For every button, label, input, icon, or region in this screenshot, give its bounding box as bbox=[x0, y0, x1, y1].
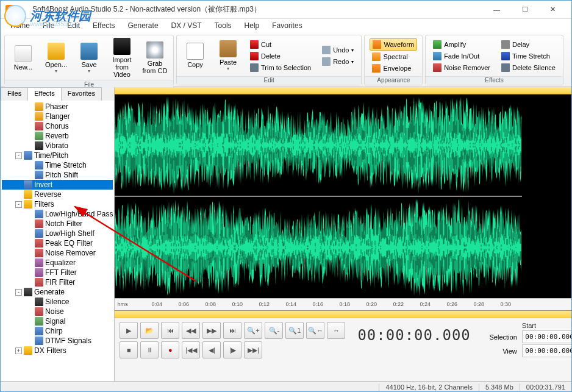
tree-phaser[interactable]: Phaser bbox=[2, 102, 113, 112]
transport-btn2-6[interactable]: ▶▶| bbox=[244, 341, 262, 358]
transport-btn2-0[interactable]: ■ bbox=[120, 341, 138, 358]
menu-help[interactable]: Help bbox=[238, 20, 266, 31]
deletesilence-button[interactable]: Delete Silence bbox=[499, 62, 558, 73]
transport-btn-7[interactable]: 🔍- bbox=[265, 322, 283, 339]
waveform-area: dB-4-10-20-20-10-4 hms0:040:060:080:100:… bbox=[115, 87, 572, 381]
expand-icon[interactable]: - bbox=[15, 152, 22, 159]
transport-panel: ▶📂⏮◀◀▶▶⏭🔍+🔍-🔍1🔍↔↔■⏸●|◀◀◀||▶▶▶| 00:00:00.… bbox=[115, 318, 572, 379]
selection-ruler[interactable] bbox=[115, 87, 572, 94]
tree-item-icon bbox=[35, 317, 43, 326]
transport-btn2-5[interactable]: |▶ bbox=[223, 341, 241, 358]
tree-notchfilter[interactable]: Notch Filter bbox=[2, 219, 113, 229]
grabfromcd-button[interactable]: Grabfrom CD bbox=[139, 40, 171, 76]
transport-btn-3[interactable]: ◀◀ bbox=[182, 322, 200, 339]
menu-tools[interactable]: Tools bbox=[209, 20, 238, 31]
tree-silence[interactable]: Silence bbox=[2, 297, 113, 307]
transport-btn-4[interactable]: ▶▶ bbox=[202, 322, 221, 339]
redo-button[interactable]: Redo ▾ bbox=[320, 56, 356, 67]
undo-button[interactable]: Undo ▾ bbox=[320, 45, 356, 55]
menu-effects[interactable]: Effects bbox=[87, 20, 121, 31]
timestretch-button[interactable]: Time Stretch bbox=[499, 51, 558, 62]
tree-invert[interactable]: Invert bbox=[2, 180, 113, 190]
tree-flanger[interactable]: Flanger bbox=[2, 112, 113, 121]
zoom-scrollbar[interactable] bbox=[115, 310, 572, 318]
tab-effects[interactable]: Effects bbox=[27, 87, 61, 101]
tree-filters[interactable]: -Filters bbox=[2, 199, 113, 209]
tree-equalizer[interactable]: Equalizer bbox=[2, 258, 113, 268]
delay-button[interactable]: Delay bbox=[499, 39, 558, 50]
view-start[interactable]: 00:00:00.000 bbox=[522, 344, 572, 357]
new-icon bbox=[15, 45, 32, 62]
transport-btn-6[interactable]: 🔍+ bbox=[244, 322, 262, 339]
noiseremover-icon bbox=[433, 63, 442, 72]
tree-chorus[interactable]: Chorus bbox=[2, 121, 113, 131]
redo-icon bbox=[322, 57, 331, 66]
close-button[interactable]: ✕ bbox=[539, 1, 567, 18]
tree-firfilter[interactable]: FIR Filter bbox=[2, 277, 113, 287]
tree-signal[interactable]: Signal bbox=[2, 316, 113, 326]
tree-timestretch[interactable]: Time Stretch bbox=[2, 160, 113, 170]
menu-generate[interactable]: Generate bbox=[122, 20, 165, 31]
tree-vibrato[interactable]: Vibrato bbox=[2, 141, 113, 151]
delete-button[interactable]: Delete bbox=[248, 51, 313, 62]
waveform-display[interactable] bbox=[115, 94, 572, 298]
tab-favorites[interactable]: Favorites bbox=[61, 87, 102, 101]
menu-bar: HomeFileEditEffectsGenerateDX / VSTTools… bbox=[1, 19, 571, 32]
transport-btn-5[interactable]: ⏭ bbox=[223, 322, 241, 339]
transport-btn-2[interactable]: ⏮ bbox=[161, 322, 179, 339]
tree-reverse[interactable]: Reverse bbox=[2, 190, 113, 199]
tree-dtmfsignals[interactable]: DTMF Signals bbox=[2, 336, 113, 346]
expand-icon[interactable]: - bbox=[15, 201, 22, 208]
transport-btn2-2[interactable]: ● bbox=[161, 341, 179, 358]
qat-dropdown[interactable]: ▾ bbox=[20, 7, 25, 13]
transport-btn2-3[interactable]: |◀◀ bbox=[182, 341, 200, 358]
maximize-button[interactable]: ☐ bbox=[511, 1, 538, 18]
transport-btn-10[interactable]: ↔ bbox=[327, 322, 345, 339]
tree-fftfilter[interactable]: FFT Filter bbox=[2, 268, 113, 277]
importfromvideo-button[interactable]: Importfrom Video bbox=[106, 37, 138, 79]
menu-file[interactable]: File bbox=[37, 20, 60, 31]
tree-noiseremover[interactable]: Noise Remover bbox=[2, 248, 113, 258]
tree-pitchshift[interactable]: Pitch Shift bbox=[2, 170, 113, 180]
trimtoselection-button[interactable]: Trim to Selection bbox=[248, 62, 313, 73]
transport-btn2-4[interactable]: ◀| bbox=[202, 341, 221, 358]
tree-timepitch[interactable]: -Time/Pitch bbox=[2, 151, 113, 160]
tab-files[interactable]: Files bbox=[1, 87, 28, 101]
tree-peakeqfilter[interactable]: Peak EQ Filter bbox=[2, 238, 113, 248]
expand-icon[interactable]: - bbox=[15, 289, 22, 296]
new-button[interactable]: New... bbox=[7, 44, 39, 72]
copy-button[interactable]: Copy bbox=[179, 41, 211, 69]
fadeinout-button[interactable]: Fade In/Out bbox=[431, 51, 493, 62]
tree-reverb[interactable]: Reverb bbox=[2, 131, 113, 141]
tree-lowhighshelf[interactable]: Low/High Shelf bbox=[2, 229, 113, 238]
tree-generate[interactable]: -Generate bbox=[2, 287, 113, 297]
spectral-button[interactable]: Spectral bbox=[370, 51, 417, 62]
amplify-button[interactable]: Amplify bbox=[431, 39, 493, 50]
tree-dxfilters[interactable]: +DX Filters bbox=[2, 346, 113, 355]
open-button[interactable]: Open...▾ bbox=[40, 41, 72, 75]
minimize-button[interactable]: — bbox=[483, 1, 510, 18]
tree-item-icon bbox=[24, 346, 32, 355]
noiseremover-button[interactable]: Noise Remover bbox=[431, 62, 493, 73]
transport-btn-8[interactable]: 🔍1 bbox=[285, 322, 304, 339]
transport-btn-9[interactable]: 🔍↔ bbox=[306, 322, 324, 339]
tree-lowhighbandpass[interactable]: Low/High/Band Pass bbox=[2, 209, 113, 219]
waveform-button[interactable]: Waveform bbox=[370, 38, 417, 51]
tree-chirp[interactable]: Chirp bbox=[2, 326, 113, 336]
menu-edit[interactable]: Edit bbox=[61, 20, 86, 31]
paste-button[interactable]: Paste▾ bbox=[212, 39, 244, 73]
selection-start[interactable]: 00:00:00.000 bbox=[522, 330, 572, 343]
transport-btn-0[interactable]: ▶ bbox=[120, 322, 138, 339]
transport-btn2-1[interactable]: ⏸ bbox=[140, 341, 159, 358]
time-ruler[interactable]: hms0:040:060:080:100:120:140:160:180:200… bbox=[115, 298, 572, 310]
tree-item-icon bbox=[35, 132, 43, 140]
menu-dxvst[interactable]: DX / VST bbox=[165, 20, 208, 31]
envelope-button[interactable]: Envelope bbox=[370, 63, 417, 74]
menu-home[interactable]: Home bbox=[4, 20, 36, 31]
save-button[interactable]: Save▾ bbox=[73, 41, 105, 75]
menu-favorites[interactable]: Favorites bbox=[266, 20, 308, 31]
expand-icon[interactable]: + bbox=[15, 347, 22, 354]
tree-noise[interactable]: Noise bbox=[2, 307, 113, 316]
cut-button[interactable]: Cut bbox=[248, 39, 313, 50]
transport-btn-1[interactable]: 📂 bbox=[140, 322, 159, 339]
